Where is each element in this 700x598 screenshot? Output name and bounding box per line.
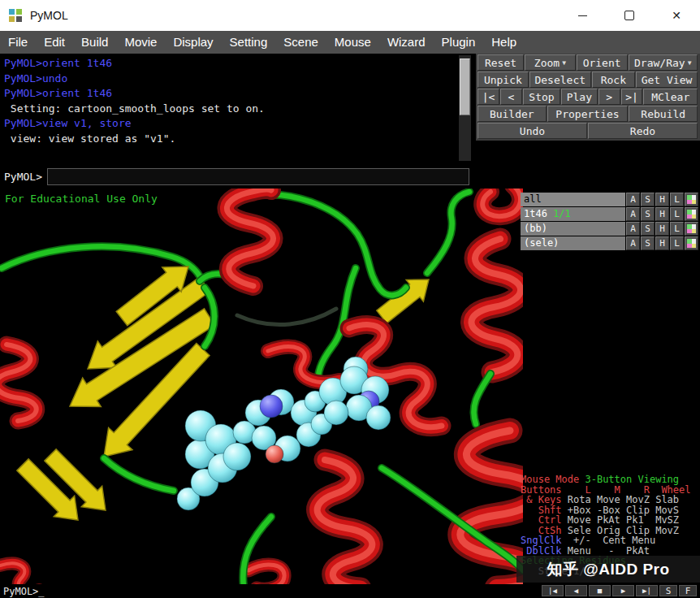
color-button[interactable]: [685, 222, 698, 236]
frame-last-button[interactable]: ▶|: [636, 585, 658, 596]
menu-build[interactable]: Build: [73, 31, 116, 54]
command-input[interactable]: [47, 168, 469, 185]
reset-button[interactable]: Reset: [477, 54, 524, 71]
play-button[interactable]: Play: [561, 89, 597, 105]
get-view-button[interactable]: Get View: [636, 72, 698, 88]
menu-file[interactable]: File: [0, 31, 36, 54]
console-line: PyMOL>orient 1t46: [0, 86, 476, 102]
menu-help[interactable]: Help: [483, 31, 525, 54]
draw-ray-label: Draw/Ray: [634, 57, 685, 69]
frame-stop-button[interactable]: ■: [589, 585, 611, 596]
chevron-down-icon: ▼: [562, 59, 566, 67]
frame-prev-button[interactable]: ◀: [565, 585, 587, 596]
action-button[interactable]: A: [626, 222, 640, 236]
redo-button[interactable]: Redo: [588, 123, 698, 139]
menu-mouse[interactable]: Mouse: [326, 31, 379, 54]
menu-display[interactable]: Display: [165, 31, 221, 54]
mouse-row-label: & Keys: [521, 495, 562, 505]
console-line: PyMOL>view v1, store: [0, 116, 476, 132]
object-label: 1t46: [524, 208, 547, 219]
hide-button[interactable]: H: [655, 222, 669, 236]
movie-last-button[interactable]: >|: [621, 89, 643, 105]
menu-setting[interactable]: Setting: [222, 31, 276, 54]
properties-button[interactable]: Properties: [547, 106, 629, 122]
scene-button[interactable]: S: [659, 585, 677, 596]
close-button[interactable]: ✕: [653, 0, 700, 31]
minimize-button[interactable]: [559, 0, 606, 31]
menu-plugin[interactable]: Plugin: [434, 31, 484, 54]
object-label: all: [524, 193, 542, 205]
bottom-bar: PyMOL>_ |◀ ◀ ■ ▶ ▶| S F: [0, 584, 700, 598]
menu-bar: File Edit Build Movie Display Setting Sc…: [0, 31, 700, 54]
movie-next-button[interactable]: >: [598, 89, 620, 105]
label-button[interactable]: L: [670, 222, 684, 236]
action-button[interactable]: A: [626, 193, 640, 206]
hide-button[interactable]: H: [655, 236, 669, 250]
menu-movie[interactable]: Movie: [116, 31, 165, 54]
rebuild-button[interactable]: Rebuild: [629, 106, 698, 122]
chevron-down-icon: ▼: [688, 59, 692, 67]
show-button[interactable]: S: [641, 236, 655, 250]
label-button[interactable]: L: [670, 236, 684, 250]
fullscreen-button[interactable]: F: [679, 585, 697, 596]
command-prompt-label: PyMOL>: [4, 171, 42, 183]
console-scrollbar[interactable]: [459, 55, 471, 161]
movie-first-button[interactable]: |<: [477, 89, 499, 105]
object-name[interactable]: all: [521, 193, 625, 206]
show-button[interactable]: S: [641, 207, 655, 221]
zoom-label: Zoom: [534, 57, 560, 69]
object-name[interactable]: (sele): [521, 236, 625, 250]
object-row-bb: (bb) A S H L: [521, 222, 698, 236]
color-button[interactable]: [685, 207, 698, 221]
label-button[interactable]: L: [670, 207, 684, 221]
console-line: view: view stored as "v1".: [0, 132, 476, 147]
hide-button[interactable]: H: [655, 193, 669, 206]
draw-ray-button[interactable]: Draw/Ray▼: [629, 54, 698, 71]
window-title: PyMOL: [30, 9, 68, 22]
color-button[interactable]: [685, 236, 698, 250]
show-button[interactable]: S: [641, 193, 655, 206]
frame-play-button[interactable]: ▶: [612, 585, 634, 596]
hide-button[interactable]: H: [655, 207, 669, 221]
zoom-button[interactable]: Zoom▼: [525, 54, 576, 71]
color-button[interactable]: [685, 193, 698, 206]
movie-prev-button[interactable]: <: [500, 89, 522, 105]
mclear-button[interactable]: MClear: [643, 89, 698, 105]
menu-wizard[interactable]: Wizard: [379, 31, 434, 54]
color-grid-icon: [687, 210, 696, 219]
menu-edit[interactable]: Edit: [36, 31, 73, 54]
color-grid-icon: [687, 195, 696, 204]
frame-first-button[interactable]: |◀: [542, 585, 564, 596]
object-row-1t46: 1t46 1/1 A S H L: [521, 207, 698, 221]
object-name[interactable]: (bb): [521, 222, 625, 236]
console-line: PyMOL>undo: [0, 72, 476, 87]
command-line-row: PyMOL>: [0, 164, 476, 190]
title-bar: PyMOL ✕: [0, 0, 700, 31]
builder-button[interactable]: Builder: [477, 106, 547, 122]
rock-button[interactable]: Rock: [592, 72, 635, 88]
stop-button[interactable]: Stop: [523, 89, 560, 105]
object-name[interactable]: 1t46 1/1: [521, 207, 625, 221]
label-button[interactable]: L: [670, 193, 684, 206]
show-button[interactable]: S: [641, 222, 655, 236]
viewport-3d[interactable]: [0, 188, 523, 585]
unpick-button[interactable]: Unpick: [477, 72, 529, 88]
deselect-button[interactable]: Deselect: [529, 72, 591, 88]
orient-button[interactable]: Orient: [577, 54, 628, 71]
undo-button[interactable]: Undo: [477, 123, 587, 139]
maximize-button[interactable]: [606, 0, 653, 31]
console-log[interactable]: PyMOL>orient 1t46 PyMOL>undo PyMOL>orien…: [0, 54, 476, 164]
console-line: PyMOL>orient 1t46: [0, 56, 476, 72]
pymol-logo-icon: [8, 8, 23, 23]
scrollbar-thumb[interactable]: [460, 58, 470, 115]
object-state: 1/1: [547, 208, 571, 219]
internal-prompt[interactable]: PyMOL>_: [3, 586, 45, 597]
object-label: (bb): [524, 223, 547, 234]
color-grid-icon: [687, 224, 696, 233]
action-button[interactable]: A: [626, 236, 640, 250]
movie-controls: |◀ ◀ ■ ▶ ▶| S F: [540, 585, 697, 596]
menu-scene[interactable]: Scene: [275, 31, 326, 54]
console-line: Setting: cartoon_smooth_loops set to on.: [0, 102, 476, 117]
action-button[interactable]: A: [626, 207, 640, 221]
object-label: (sele): [524, 237, 559, 249]
